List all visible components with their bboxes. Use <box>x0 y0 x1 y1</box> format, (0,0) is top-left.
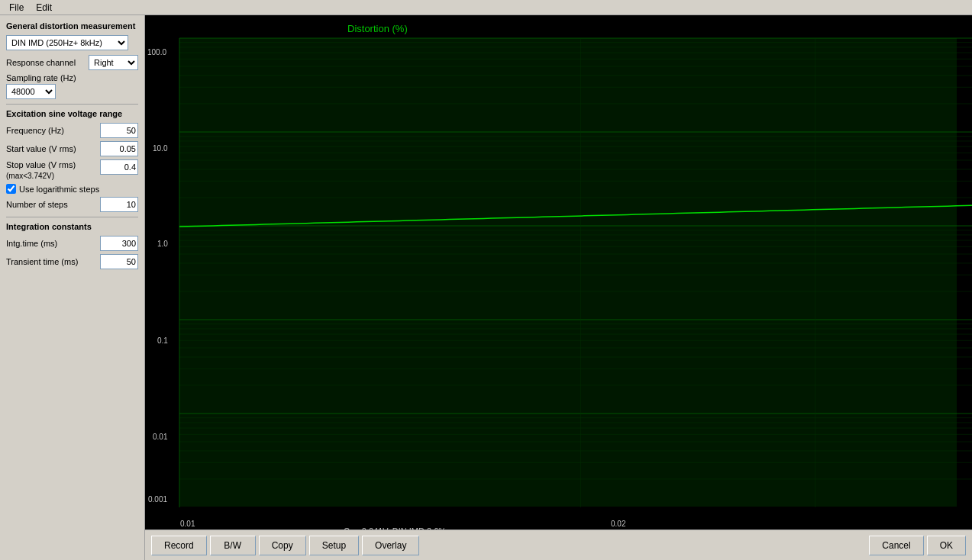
sampling-rate-dropdown[interactable]: 48000 44100 96000 <box>6 84 56 99</box>
intg-time-label: Intg.time (ms) <box>6 239 100 248</box>
chart-svg: Distortion (%) 100.0 10.0 1.0 0.1 0.01 0… <box>145 15 972 529</box>
setup-button[interactable]: Setup <box>309 536 359 555</box>
bw-button[interactable]: B/W <box>210 536 256 555</box>
bottom-right-buttons: Cancel OK <box>869 536 966 555</box>
svg-text:10.0: 10.0 <box>153 144 168 153</box>
sampling-rate-label: Sampling rate (Hz) <box>6 73 76 82</box>
chart-container: Distortion (%) 100.0 10.0 1.0 0.1 0.01 0… <box>145 15 972 529</box>
log-steps-checkbox[interactable] <box>6 184 16 194</box>
svg-text:0.01: 0.01 <box>180 520 195 528</box>
frequency-label: Frequency (Hz) <box>6 126 100 135</box>
measurement-type-dropdown[interactable]: DIN IMD (250Hz+ 8kHz) <box>6 35 128 50</box>
stop-value-sublabel: (max<3.742V) <box>6 172 54 180</box>
integration-section-title: Integration constants <box>6 222 138 231</box>
response-channel-label: Response channel <box>6 58 89 67</box>
svg-text:0.001: 0.001 <box>148 495 167 504</box>
svg-text:0.02: 0.02 <box>611 520 626 528</box>
bottom-left-buttons: Record B/W Copy Setup Overlay <box>151 536 419 555</box>
svg-text:100.0: 100.0 <box>147 48 166 56</box>
menu-file[interactable]: File <box>3 1 30 14</box>
cancel-button[interactable]: Cancel <box>869 536 923 555</box>
start-value-input[interactable] <box>100 141 138 156</box>
num-steps-input[interactable] <box>100 197 138 212</box>
transient-time-input[interactable] <box>100 254 138 269</box>
response-channel-dropdown[interactable]: Right Left <box>89 55 138 70</box>
menu-edit[interactable]: Edit <box>30 1 58 14</box>
log-steps-label: Use logarithmic steps <box>19 185 99 194</box>
overlay-button[interactable]: Overlay <box>362 536 419 555</box>
excitation-section-title: Excitation sine voltage range <box>6 109 138 118</box>
svg-rect-0 <box>179 38 957 507</box>
general-section-title: General distortion measurement <box>6 21 138 31</box>
svg-text:0.01: 0.01 <box>153 433 168 441</box>
intg-time-input[interactable] <box>100 236 138 251</box>
num-steps-label: Number of steps <box>6 200 100 209</box>
menubar: File Edit <box>0 0 972 15</box>
start-value-label: Start value (V rms) <box>6 144 100 153</box>
main-layout: General distortion measurement DIN IMD (… <box>0 15 972 560</box>
sidebar: General distortion measurement DIN IMD (… <box>0 15 145 560</box>
svg-text:0.1: 0.1 <box>157 336 168 345</box>
stop-value-input[interactable] <box>100 159 138 175</box>
ok-button[interactable]: OK <box>927 536 966 555</box>
bottom-bar: Record B/W Copy Setup Overlay Cancel OK <box>145 529 972 560</box>
transient-time-label: Transient time (ms) <box>6 257 100 266</box>
svg-text:Crsr:0.041V, DIN IMD:3.6%: Crsr:0.041V, DIN IMD:3.6% <box>344 526 446 529</box>
chart-title: Distortion (%) <box>347 23 408 34</box>
stop-value-label: Stop value (V rms) <box>6 160 76 169</box>
frequency-input[interactable] <box>100 123 138 138</box>
record-button[interactable]: Record <box>151 536 207 555</box>
svg-text:1.0: 1.0 <box>157 240 168 248</box>
copy-button[interactable]: Copy <box>259 536 306 555</box>
